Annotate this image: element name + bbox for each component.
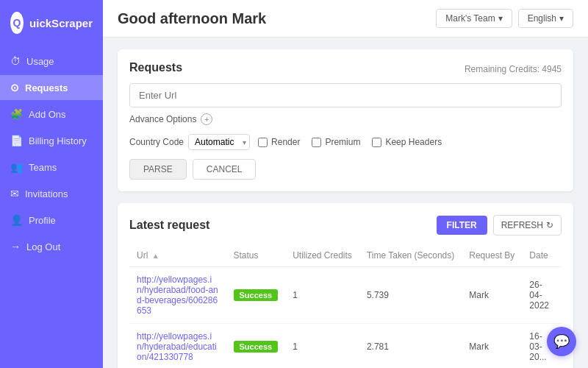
logout-icon: → — [10, 241, 21, 252]
sidebar-item-label: Requests — [25, 82, 68, 93]
url-link[interactable]: http://yellowpages.in/hyderabad/food-and… — [137, 275, 218, 316]
sidebar-item-label: Invitations — [25, 188, 68, 199]
cell-status: Success — [226, 324, 286, 369]
logo-icon: Q — [10, 12, 24, 34]
team-label: Mark's Team — [445, 13, 495, 24]
sidebar-item-label: Profile — [29, 215, 56, 226]
sidebar-item-billing[interactable]: 📄 Billing History — [0, 128, 103, 153]
premium-checkbox-label[interactable]: Premium — [312, 137, 360, 147]
advance-options-label: Advance Options — [129, 114, 196, 124]
col-status: Status — [226, 244, 286, 267]
language-label: English — [528, 13, 556, 24]
sidebar-logo: Q uickScraper — [0, 12, 103, 49]
render-checkbox[interactable] — [258, 138, 268, 147]
latest-header: Latest request FILTER REFRESH ↻ — [129, 215, 562, 236]
keep-headers-label: Keep Headers — [385, 137, 442, 147]
cell-url: http://yellowpages.in/hyderabad/food-and… — [129, 267, 226, 324]
requests-table: Url ▲ Status Utilized Credits Time Taken… — [129, 244, 562, 368]
sidebar-item-logout[interactable]: → Log Out — [0, 234, 103, 259]
header: Good afternoon Mark Mark's Team ▾ Englis… — [103, 0, 588, 38]
premium-checkbox[interactable] — [312, 138, 321, 147]
sidebar-item-label: Usage — [26, 56, 54, 67]
sidebar-item-label: Teams — [29, 162, 57, 173]
refresh-label: REFRESH — [501, 220, 543, 230]
cell-credits: 1 — [285, 267, 359, 324]
chat-bubble-button[interactable]: 💬 — [547, 327, 576, 356]
country-code-label: Country Code — [129, 137, 184, 147]
refresh-button[interactable]: REFRESH ↻ — [493, 215, 562, 236]
page-title: Good afternoon Mark — [118, 10, 266, 27]
username-text: Mark — [232, 10, 267, 26]
action-row: PARSE CANCEL — [129, 159, 562, 180]
clock-icon: ⏱ — [10, 55, 21, 67]
status-badge: Success — [234, 289, 279, 301]
sidebar-item-profile[interactable]: 👤 Profile — [0, 208, 103, 233]
greeting-text: Good afternoon — [118, 10, 228, 26]
sort-asc-icon: ▲ — [152, 252, 159, 260]
addons-icon: 🧩 — [10, 108, 23, 120]
latest-requests-title: Latest request — [129, 219, 209, 232]
render-label: Render — [271, 137, 300, 147]
url-link[interactable]: http://yellowpages.in/hyderabad/educatio… — [137, 331, 217, 362]
chevron-down-icon: ▾ — [559, 13, 564, 24]
sidebar-item-label: Add Ons — [29, 109, 66, 120]
sidebar-item-invitations[interactable]: ✉ Invitations — [0, 181, 103, 206]
filter-button[interactable]: FILTER — [437, 216, 487, 235]
col-requestby: Request By — [462, 244, 522, 267]
header-controls: Mark's Team ▾ English ▾ — [436, 9, 573, 28]
main-content: Good afternoon Mark Mark's Team ▾ Englis… — [103, 0, 588, 368]
refresh-icon: ↻ — [546, 220, 553, 230]
team-selector-button[interactable]: Mark's Team ▾ — [436, 9, 512, 28]
cancel-button[interactable]: CANCEL — [193, 159, 257, 180]
url-input[interactable] — [129, 83, 562, 107]
keep-headers-checkbox[interactable] — [372, 138, 381, 147]
cell-date: 26-04-2022 — [522, 267, 562, 324]
render-checkbox-label[interactable]: Render — [258, 137, 300, 147]
col-date: Date — [522, 244, 562, 267]
country-code-select[interactable]: Automatic — [188, 134, 250, 150]
plus-icon: + — [201, 113, 212, 125]
sidebar-navigation: ⏱ Usage ⊙ Requests 🧩 Add Ons 📄 Billing H… — [0, 49, 103, 259]
cell-requestby: Mark — [462, 267, 522, 324]
premium-label: Premium — [325, 137, 360, 147]
sidebar-item-usage[interactable]: ⏱ Usage — [0, 49, 103, 74]
status-badge: Success — [234, 341, 279, 353]
sidebar-item-label: Log Out — [26, 241, 60, 252]
cell-url: http://yellowpages.in/hyderabad/educatio… — [129, 324, 226, 369]
cell-time: 5.739 — [359, 267, 462, 324]
keep-headers-checkbox-label[interactable]: Keep Headers — [372, 137, 442, 147]
requests-card: Requests Remaining Credits: 4945 Advance… — [118, 49, 573, 191]
logo-text: uickScraper — [29, 17, 93, 29]
sidebar-item-teams[interactable]: 👥 Teams — [0, 155, 103, 180]
sidebar-item-requests[interactable]: ⊙ Requests — [0, 75, 103, 100]
cell-credits: 1 — [285, 324, 359, 369]
remaining-credits: Remaining Credits: 4945 — [465, 64, 562, 74]
options-row: Country Code Automatic ▾ Render Premium … — [129, 134, 562, 150]
latest-requests-card: Latest request FILTER REFRESH ↻ — [118, 203, 573, 368]
col-url: Url ▲ — [129, 244, 226, 267]
sidebar-item-label: Billing History — [29, 135, 87, 146]
cell-status: Success — [226, 267, 286, 324]
advance-options-toggle[interactable]: Advance Options + — [129, 113, 562, 125]
table-wrap: Url ▲ Status Utilized Credits Time Taken… — [129, 244, 562, 368]
table-row: http://yellowpages.in/hyderabad/educatio… — [129, 324, 562, 369]
sidebar: Q uickScraper ⏱ Usage ⊙ Requests 🧩 Add O… — [0, 0, 103, 368]
profile-icon: 👤 — [10, 214, 23, 226]
country-code-group: Country Code Automatic ▾ — [129, 134, 246, 150]
invitations-icon: ✉ — [10, 188, 19, 199]
col-credits: Utilized Credits — [285, 244, 359, 267]
chat-icon: 💬 — [553, 333, 570, 350]
sidebar-item-addons[interactable]: 🧩 Add Ons — [0, 102, 103, 127]
requests-title: Requests — [129, 61, 182, 74]
language-selector-button[interactable]: English ▾ — [518, 9, 573, 28]
cell-requestby: Mark — [462, 324, 522, 369]
latest-actions: FILTER REFRESH ↻ — [437, 215, 562, 236]
requests-icon: ⊙ — [10, 82, 19, 93]
table-row: http://yellowpages.in/hyderabad/food-and… — [129, 267, 562, 324]
parse-button[interactable]: PARSE — [129, 159, 187, 180]
billing-icon: 📄 — [10, 135, 23, 146]
cell-time: 2.781 — [359, 324, 462, 369]
chevron-down-icon: ▾ — [498, 13, 503, 24]
content-area: Requests Remaining Credits: 4945 Advance… — [103, 38, 588, 368]
teams-icon: 👥 — [10, 161, 23, 173]
